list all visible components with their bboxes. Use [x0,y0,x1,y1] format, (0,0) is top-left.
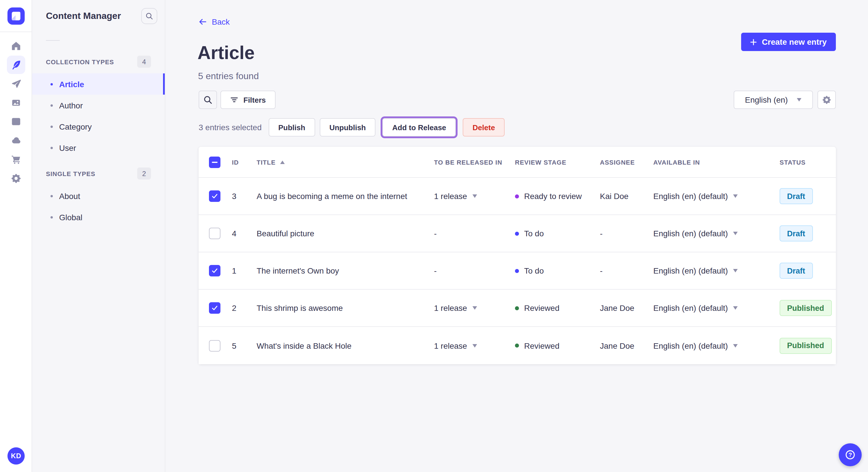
cell-assignee: Jane Doe [600,303,653,312]
filters-button[interactable]: Filters [220,91,276,109]
cell-review-stage: Ready to review [515,192,600,201]
content-manager-subnav: Content Manager COLLECTION TYPES 4 Artic… [32,0,165,472]
cell-review-stage: Reviewed [515,341,600,350]
status-badge: Draft [780,188,813,204]
row-checkbox[interactable] [209,340,220,351]
media-library-icon[interactable] [7,94,25,112]
sidebar-item-global[interactable]: Global [32,206,165,228]
sidebar-item-article[interactable]: Article [32,73,165,95]
status-badge: Draft [780,263,813,279]
create-new-entry-button[interactable]: Create new entry [741,33,836,51]
subnav-search-button[interactable] [141,8,157,24]
column-header-release: TO BE RELEASED IN [434,159,515,165]
bullet-icon [51,83,53,85]
status-badge: Published [780,338,832,353]
subnav-header: Content Manager [32,0,165,32]
row-checkbox[interactable] [209,265,220,276]
sidebar-item-label: Global [59,212,82,222]
cell-title: What's inside a Black Hole [257,341,434,350]
user-avatar[interactable]: KD [7,447,25,465]
cell-title: The internet's Own boy [257,266,434,275]
chevron-down-icon [472,344,477,347]
back-label: Back [212,17,229,26]
row-checkbox[interactable] [209,302,220,314]
sidebar-item-category[interactable]: Category [32,116,165,137]
cell-available-in-trigger[interactable]: English (en) (default) [653,341,780,350]
delete-button[interactable]: Delete [463,118,505,136]
toolbar-right-group: English (en) [734,91,836,109]
row-checkbox[interactable] [209,228,220,239]
single-types-section-header: SINGLE TYPES 2 [32,167,165,179]
bullet-icon [51,195,53,197]
rail-icon-list [0,37,32,188]
cell-assignee: Jane Doe [600,341,653,350]
table-row[interactable]: 4 Beautiful picture - To do - English (e… [198,215,836,252]
check-icon [211,193,218,200]
indeterminate-dash-icon [212,162,218,163]
sidebar-item-label: Category [59,122,92,131]
cell-id: 5 [232,341,257,350]
bullet-icon [51,125,53,128]
stage-dot-icon [515,306,519,310]
row-checkbox[interactable] [209,191,220,202]
select-all-checkbox[interactable] [209,156,220,168]
locale-select[interactable]: English (en) [734,91,813,109]
stage-dot-icon [515,194,519,198]
cell-available-in-trigger[interactable]: English (en) (default) [653,229,780,238]
cell-release-trigger[interactable]: 1 release [434,192,515,201]
add-to-release-button[interactable]: Add to Release [382,118,456,136]
home-icon[interactable] [7,37,25,55]
unpublish-button[interactable]: Unpublish [319,118,375,136]
column-header-assignee: ASSIGNEE [600,159,653,165]
sidebar-item-user[interactable]: User [32,137,165,158]
table-row[interactable]: 1 The internet's Own boy - To do - Engli… [198,252,836,290]
help-button[interactable]: ? [839,443,862,466]
marketplace-cart-icon[interactable] [7,150,25,169]
table-row[interactable]: 2 This shrimp is awesome 1 release Revie… [198,290,836,327]
check-icon [211,267,218,274]
cell-release-trigger[interactable]: 1 release [434,303,515,312]
publish-button[interactable]: Publish [268,118,315,136]
cell-available-in-trigger[interactable]: English (en) (default) [653,266,780,275]
cell-id: 2 [232,303,257,312]
column-header-available-in: AVAILABLE IN [653,159,780,165]
table-row[interactable]: 3 A bug is becoming a meme on the intern… [198,178,836,215]
sidebar-item-about[interactable]: About [32,185,165,206]
cell-title: A bug is becoming a meme on the internet [257,192,434,201]
collection-types-list: Article Author Category User [32,73,165,158]
list-toolbar: Filters English (en) [198,91,836,109]
cell-assignee: - [600,266,653,275]
chevron-down-icon [472,306,477,310]
sidebar-item-label: About [59,191,80,200]
content-manager-icon[interactable] [7,56,25,74]
entries-table: ID TITLE TO BE RELEASED IN REVIEW STAGE … [198,147,836,364]
sort-ascending-icon [280,160,285,164]
column-header-title[interactable]: TITLE [257,159,434,165]
cell-title: This shrimp is awesome [257,303,434,312]
sidebar-item-author[interactable]: Author [32,95,165,116]
collection-types-section-header: COLLECTION TYPES 4 [32,56,165,68]
search-icon [203,95,212,104]
table-search-button[interactable] [198,91,217,109]
back-link[interactable]: Back [198,17,229,26]
view-settings-button[interactable] [817,91,836,109]
cell-available-in-trigger[interactable]: English (en) (default) [653,303,780,312]
cell-id: 1 [232,266,257,275]
subnav-divider [46,40,60,41]
chevron-down-icon [733,269,738,272]
cell-release-trigger[interactable]: 1 release [434,341,515,350]
cell-assignee: Kai Doe [600,192,653,201]
content-type-builder-icon[interactable] [7,112,25,131]
locale-value: English (en) [745,95,787,104]
deploy-cloud-icon[interactable] [7,131,25,150]
strapi-logo[interactable] [7,7,24,24]
releases-icon[interactable] [7,74,25,93]
cell-assignee: - [600,229,653,238]
cell-release-trigger[interactable]: - [434,229,515,238]
status-badge: Draft [780,225,813,241]
settings-gear-icon[interactable] [7,169,25,188]
cell-available-in-trigger[interactable]: English (en) (default) [653,192,780,201]
table-row[interactable]: 5 What's inside a Black Hole 1 release R… [198,327,836,364]
svg-text:?: ? [848,452,852,458]
cell-release-trigger[interactable]: - [434,266,515,275]
